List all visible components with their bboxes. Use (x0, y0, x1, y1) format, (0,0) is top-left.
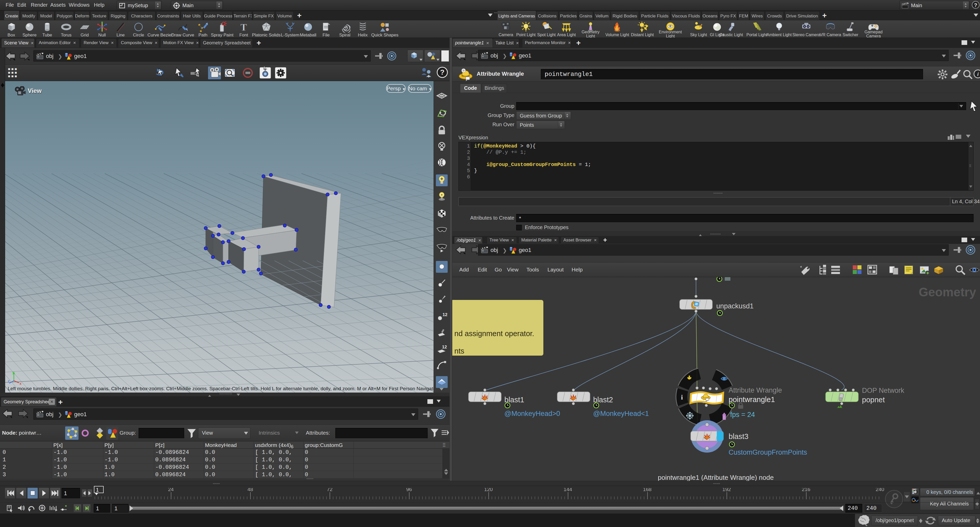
svg-text:12: 12 (442, 312, 447, 317)
svg-text:Geometry: Geometry (919, 285, 976, 299)
svg-text:x: x (19, 381, 22, 385)
svg-text:pointwrangle1: pointwrangle1 (729, 395, 775, 404)
svg-text:popnet: popnet (862, 396, 885, 404)
svg-text:fps = 24: fps = 24 (730, 411, 755, 419)
svg-text:?: ? (440, 68, 444, 76)
svg-text:168: 168 (643, 488, 651, 492)
svg-text:T: T (240, 22, 247, 33)
svg-text:@MonkeyHead<1: @MonkeyHead<1 (593, 410, 649, 417)
svg-text:192: 192 (722, 488, 731, 492)
svg-text:216: 216 (802, 488, 810, 492)
svg-text:z: z (8, 379, 10, 383)
svg-text:y: y (12, 371, 14, 374)
svg-text:12: 12 (442, 345, 447, 349)
svg-text:pointwrangle1 (Attribute Wrang: pointwrangle1 (Attribute Wrangle) node (658, 474, 774, 481)
svg-text:24: 24 (168, 488, 174, 492)
svg-text:240: 240 (876, 488, 884, 492)
svg-text:i: i (681, 393, 682, 401)
svg-text:DOP Network: DOP Network (862, 387, 904, 394)
svg-text:@MonkeyHead>0: @MonkeyHead>0 (504, 410, 560, 417)
svg-text:144: 144 (564, 488, 572, 492)
svg-text:unpackusd1: unpackusd1 (716, 302, 754, 310)
svg-text:CustomGroupFromPoints: CustomGroupFromPoints (729, 449, 807, 456)
svg-text:48: 48 (247, 488, 253, 492)
svg-text:Attribute Wrangle: Attribute Wrangle (729, 386, 782, 394)
svg-text:blast3: blast3 (729, 432, 748, 441)
svg-text:72: 72 (327, 488, 332, 492)
svg-text:120: 120 (484, 488, 493, 492)
svg-text:96: 96 (406, 488, 412, 492)
